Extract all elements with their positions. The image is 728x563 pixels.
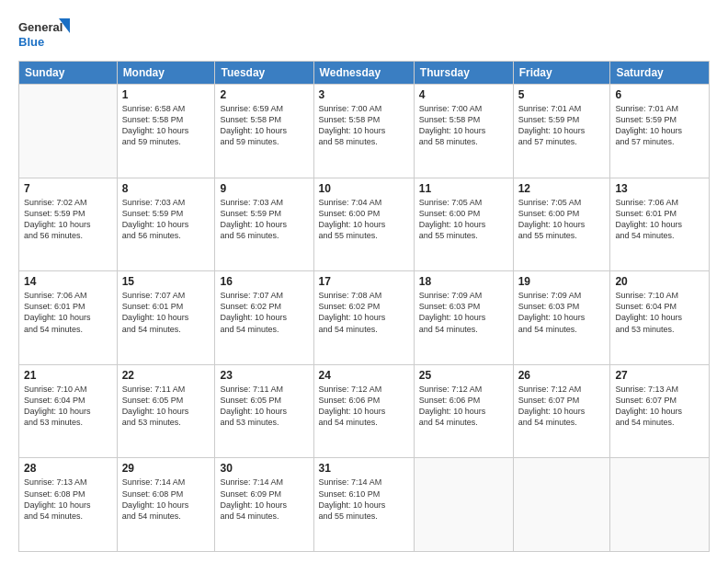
day-info: Sunrise: 7:13 AM Sunset: 6:08 PM Dayligh… — [24, 477, 112, 522]
day-info: Sunrise: 7:14 AM Sunset: 6:10 PM Dayligh… — [319, 477, 409, 522]
week-row-1: 1Sunrise: 6:58 AM Sunset: 5:58 PM Daylig… — [19, 85, 710, 178]
day-number: 5 — [518, 88, 606, 101]
day-number: 15 — [122, 275, 210, 288]
header: General Blue — [18, 17, 710, 53]
calendar-cell: 30Sunrise: 7:14 AM Sunset: 6:09 PM Dayli… — [215, 458, 313, 552]
weekday-header-tuesday: Tuesday — [215, 62, 313, 85]
day-info: Sunrise: 7:07 AM Sunset: 6:01 PM Dayligh… — [122, 290, 210, 335]
svg-text:Blue: Blue — [18, 35, 44, 49]
day-info: Sunrise: 7:14 AM Sunset: 6:08 PM Dayligh… — [122, 477, 210, 522]
calendar-cell: 13Sunrise: 7:06 AM Sunset: 6:01 PM Dayli… — [610, 178, 710, 271]
day-number: 26 — [518, 369, 606, 382]
day-info: Sunrise: 7:10 AM Sunset: 6:04 PM Dayligh… — [24, 384, 112, 429]
day-info: Sunrise: 7:01 AM Sunset: 5:59 PM Dayligh… — [615, 103, 704, 148]
day-info: Sunrise: 7:13 AM Sunset: 6:07 PM Dayligh… — [615, 384, 704, 429]
day-info: Sunrise: 7:14 AM Sunset: 6:09 PM Dayligh… — [220, 477, 308, 522]
day-number: 17 — [319, 275, 409, 288]
day-number: 25 — [419, 369, 508, 382]
logo-svg: General Blue — [18, 17, 74, 53]
calendar-cell: 2Sunrise: 6:59 AM Sunset: 5:58 PM Daylig… — [215, 85, 313, 178]
calendar-cell: 21Sunrise: 7:10 AM Sunset: 6:04 PM Dayli… — [19, 364, 118, 458]
day-info: Sunrise: 7:12 AM Sunset: 6:07 PM Dayligh… — [518, 384, 606, 429]
calendar-cell: 8Sunrise: 7:03 AM Sunset: 5:59 PM Daylig… — [117, 178, 215, 271]
day-info: Sunrise: 6:58 AM Sunset: 5:58 PM Dayligh… — [122, 103, 210, 148]
calendar-cell: 6Sunrise: 7:01 AM Sunset: 5:59 PM Daylig… — [610, 85, 710, 178]
day-info: Sunrise: 7:12 AM Sunset: 6:06 PM Dayligh… — [419, 384, 508, 429]
day-number: 18 — [419, 275, 508, 288]
day-number: 30 — [220, 462, 308, 475]
weekday-header-thursday: Thursday — [414, 62, 513, 85]
calendar-cell: 27Sunrise: 7:13 AM Sunset: 6:07 PM Dayli… — [610, 364, 710, 458]
day-info: Sunrise: 7:06 AM Sunset: 6:01 PM Dayligh… — [615, 197, 704, 242]
calendar-cell: 1Sunrise: 6:58 AM Sunset: 5:58 PM Daylig… — [117, 85, 215, 178]
week-row-3: 14Sunrise: 7:06 AM Sunset: 6:01 PM Dayli… — [19, 271, 710, 365]
calendar-cell — [513, 458, 610, 552]
week-row-5: 28Sunrise: 7:13 AM Sunset: 6:08 PM Dayli… — [19, 458, 710, 552]
calendar-cell: 24Sunrise: 7:12 AM Sunset: 6:06 PM Dayli… — [313, 364, 414, 458]
day-number: 23 — [220, 369, 308, 382]
week-row-2: 7Sunrise: 7:02 AM Sunset: 5:59 PM Daylig… — [19, 178, 710, 271]
day-number: 2 — [220, 88, 308, 101]
day-number: 19 — [518, 275, 606, 288]
day-number: 10 — [319, 182, 409, 195]
day-number: 13 — [615, 182, 704, 195]
day-number: 14 — [24, 275, 112, 288]
day-info: Sunrise: 7:09 AM Sunset: 6:03 PM Dayligh… — [419, 290, 508, 335]
calendar-cell: 9Sunrise: 7:03 AM Sunset: 5:59 PM Daylig… — [215, 178, 313, 271]
day-info: Sunrise: 7:01 AM Sunset: 5:59 PM Dayligh… — [518, 103, 606, 148]
day-info: Sunrise: 7:00 AM Sunset: 5:58 PM Dayligh… — [319, 103, 409, 148]
calendar-cell: 4Sunrise: 7:00 AM Sunset: 5:58 PM Daylig… — [414, 85, 513, 178]
day-number: 11 — [419, 182, 508, 195]
day-number: 16 — [220, 275, 308, 288]
day-number: 20 — [615, 275, 704, 288]
logo: General Blue — [18, 17, 74, 53]
day-info: Sunrise: 7:05 AM Sunset: 6:00 PM Dayligh… — [419, 197, 508, 242]
day-number: 9 — [220, 182, 308, 195]
day-number: 6 — [615, 88, 704, 101]
day-info: Sunrise: 7:03 AM Sunset: 5:59 PM Dayligh… — [220, 197, 308, 242]
weekday-header-monday: Monday — [117, 62, 215, 85]
calendar-cell: 28Sunrise: 7:13 AM Sunset: 6:08 PM Dayli… — [19, 458, 118, 552]
day-info: Sunrise: 7:03 AM Sunset: 5:59 PM Dayligh… — [122, 197, 210, 242]
weekday-header-sunday: Sunday — [19, 62, 118, 85]
calendar-cell: 20Sunrise: 7:10 AM Sunset: 6:04 PM Dayli… — [610, 271, 710, 365]
calendar-table: SundayMondayTuesdayWednesdayThursdayFrid… — [18, 61, 710, 552]
calendar-cell: 31Sunrise: 7:14 AM Sunset: 6:10 PM Dayli… — [313, 458, 414, 552]
day-number: 21 — [24, 369, 112, 382]
calendar-cell: 15Sunrise: 7:07 AM Sunset: 6:01 PM Dayli… — [117, 271, 215, 365]
day-info: Sunrise: 7:08 AM Sunset: 6:02 PM Dayligh… — [319, 290, 409, 335]
day-number: 12 — [518, 182, 606, 195]
day-number: 22 — [122, 369, 210, 382]
day-number: 27 — [615, 369, 704, 382]
day-info: Sunrise: 7:04 AM Sunset: 6:00 PM Dayligh… — [319, 197, 409, 242]
day-info: Sunrise: 7:12 AM Sunset: 6:06 PM Dayligh… — [319, 384, 409, 429]
calendar-cell: 26Sunrise: 7:12 AM Sunset: 6:07 PM Dayli… — [513, 364, 610, 458]
calendar-cell: 17Sunrise: 7:08 AM Sunset: 6:02 PM Dayli… — [313, 271, 414, 365]
calendar-cell: 18Sunrise: 7:09 AM Sunset: 6:03 PM Dayli… — [414, 271, 513, 365]
calendar-cell: 7Sunrise: 7:02 AM Sunset: 5:59 PM Daylig… — [19, 178, 118, 271]
day-number: 29 — [122, 462, 210, 475]
calendar-cell: 10Sunrise: 7:04 AM Sunset: 6:00 PM Dayli… — [313, 178, 414, 271]
calendar-cell: 22Sunrise: 7:11 AM Sunset: 6:05 PM Dayli… — [117, 364, 215, 458]
day-number: 1 — [122, 88, 210, 101]
week-row-4: 21Sunrise: 7:10 AM Sunset: 6:04 PM Dayli… — [19, 364, 710, 458]
calendar-cell: 16Sunrise: 7:07 AM Sunset: 6:02 PM Dayli… — [215, 271, 313, 365]
day-info: Sunrise: 7:11 AM Sunset: 6:05 PM Dayligh… — [220, 384, 308, 429]
day-number: 31 — [319, 462, 409, 475]
day-number: 3 — [319, 88, 409, 101]
calendar-cell: 5Sunrise: 7:01 AM Sunset: 5:59 PM Daylig… — [513, 85, 610, 178]
calendar-cell: 11Sunrise: 7:05 AM Sunset: 6:00 PM Dayli… — [414, 178, 513, 271]
day-info: Sunrise: 7:06 AM Sunset: 6:01 PM Dayligh… — [24, 290, 112, 335]
calendar-cell: 3Sunrise: 7:00 AM Sunset: 5:58 PM Daylig… — [313, 85, 414, 178]
calendar-page: General Blue SundayMondayTuesdayWednesda… — [0, 0, 728, 563]
weekday-header-row: SundayMondayTuesdayWednesdayThursdayFrid… — [19, 62, 710, 85]
weekday-header-friday: Friday — [513, 62, 610, 85]
calendar-cell: 29Sunrise: 7:14 AM Sunset: 6:08 PM Dayli… — [117, 458, 215, 552]
calendar-cell: 14Sunrise: 7:06 AM Sunset: 6:01 PM Dayli… — [19, 271, 118, 365]
weekday-header-wednesday: Wednesday — [313, 62, 414, 85]
day-info: Sunrise: 7:05 AM Sunset: 6:00 PM Dayligh… — [518, 197, 606, 242]
day-info: Sunrise: 7:02 AM Sunset: 5:59 PM Dayligh… — [24, 197, 112, 242]
day-number: 4 — [419, 88, 508, 101]
day-info: Sunrise: 7:00 AM Sunset: 5:58 PM Dayligh… — [419, 103, 508, 148]
weekday-header-saturday: Saturday — [610, 62, 710, 85]
